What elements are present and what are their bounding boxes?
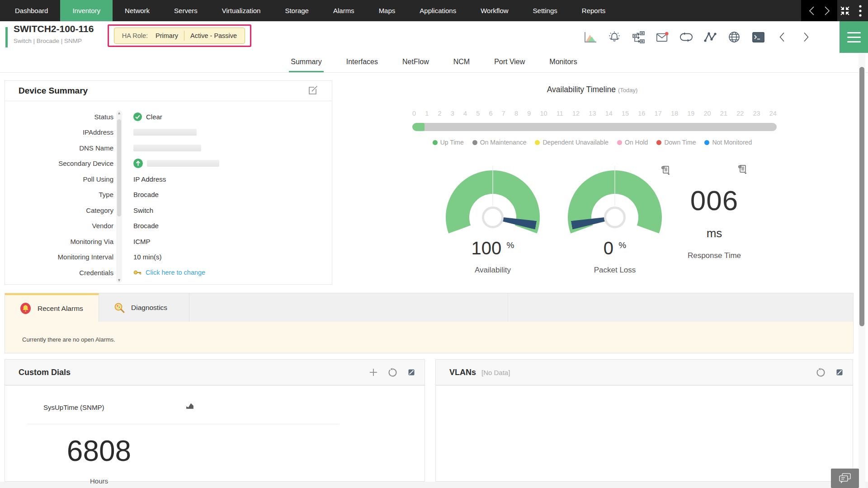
tab-recent-alarms[interactable]: Recent Alarms (5, 293, 99, 322)
redacted-value-bar (147, 160, 219, 167)
web-globe-icon[interactable] (728, 31, 741, 43)
kebab-menu-icon[interactable] (853, 0, 868, 21)
response-time-report-icon[interactable] (738, 164, 748, 174)
field-row-vendor: Vendor Brocade (5, 218, 332, 234)
mail-notification-icon[interactable] (656, 31, 669, 43)
ha-role-highlight-box: HA Role: Primary Active - Passive (108, 24, 251, 47)
field-row-monitoring-interval: Monitoring Interval 10 min(s) (5, 249, 332, 265)
collapse-fullscreen-icon[interactable] (837, 0, 853, 21)
page-scrollbar[interactable] (859, 53, 865, 488)
recent-alarms-label: Recent Alarms (38, 305, 83, 313)
nav-forward-icon[interactable] (819, 0, 835, 21)
panel-divider (5, 101, 332, 101)
tab-summary[interactable]: Summary (289, 53, 323, 72)
vlans-title: VLANs (449, 368, 476, 377)
edit-device-icon[interactable] (307, 85, 318, 96)
packet-loss-value: 0 % (566, 238, 663, 258)
device-summary-fields: Status Clear IPAddress DNS Name Secondar… (5, 109, 332, 281)
vlans-panel: VLANs [No Data] (435, 359, 853, 482)
legend-dot (472, 140, 477, 145)
dependency-loop-icon[interactable] (680, 31, 693, 43)
top-navigation-bar: Dashboard Inventory Network Servers Virt… (0, 0, 868, 21)
dial-unit: Hours (27, 477, 171, 485)
device-summary-scrollbar[interactable]: ▲ ▼ (116, 110, 122, 283)
legend-on-hold: On Hold (617, 139, 648, 146)
dial-value: 6808 (27, 434, 171, 468)
scrollbar-thumb[interactable] (117, 119, 121, 216)
field-row-type: Type Brocade (5, 187, 332, 203)
nav-item-alarms[interactable]: Alarms (321, 0, 367, 21)
packet-loss-report-icon[interactable] (661, 165, 671, 175)
response-time-label: Response Time (656, 251, 773, 260)
nav-item-settings[interactable]: Settings (521, 0, 570, 21)
nav-item-workflow[interactable]: Workflow (468, 0, 520, 21)
up-status-icon (133, 159, 143, 168)
response-time-value: 006 (656, 184, 773, 216)
refresh-dials-icon[interactable] (387, 367, 397, 377)
device-tabs: Summary Interfaces NetFlow NCM Port View… (0, 53, 868, 73)
nav-item-network[interactable]: Network (113, 0, 162, 21)
status-clear-icon (133, 113, 142, 121)
chat-support-button[interactable] (831, 469, 859, 488)
workflow-map-icon[interactable] (632, 31, 645, 43)
nav-back-icon[interactable] (804, 0, 819, 21)
timeline-legend: Up Time On Maintenance Dependent Unavail… (407, 139, 778, 146)
nav-right-controls (801, 0, 868, 21)
availability-timeline-bar (412, 123, 777, 131)
vlans-header: VLANs [No Data] (436, 360, 853, 385)
nav-item-reports[interactable]: Reports (570, 0, 618, 21)
field-row-status: Status Clear (5, 109, 332, 125)
alarm-bell-icon[interactable] (608, 31, 621, 43)
detach-widget-icon[interactable] (835, 367, 844, 377)
refresh-vlans-icon[interactable] (816, 367, 826, 377)
device-summary-panel: Device Summary Status Clear IPAddress (5, 80, 332, 285)
device-menu-button[interactable] (840, 21, 868, 53)
nav-item-storage[interactable]: Storage (273, 0, 321, 21)
legend-dot (704, 140, 709, 145)
device-header: SWITCH2-100-116 Switch | Brocade | SNMP … (0, 21, 868, 53)
field-label: Status (5, 113, 113, 121)
device-next-icon[interactable] (800, 31, 812, 43)
scroll-up-icon[interactable]: ▲ (116, 111, 122, 115)
key-icon (133, 269, 142, 276)
performance-chart-icon[interactable] (584, 31, 597, 43)
device-name: SWITCH2-100-116 (14, 23, 94, 34)
tab-monitors[interactable]: Monitors (547, 53, 579, 72)
dial-chart-icon[interactable] (186, 402, 194, 410)
tab-interfaces[interactable]: Interfaces (344, 53, 380, 72)
page-scrollbar-thumb[interactable] (859, 67, 864, 326)
diagnostics-label: Diagnostics (131, 304, 167, 312)
field-label: Monitoring Interval (5, 253, 113, 261)
nav-item-inventory[interactable]: Inventory (60, 0, 113, 21)
ha-role-label: HA Role: (116, 32, 150, 39)
nav-item-maps[interactable]: Maps (367, 0, 408, 21)
opmanager-device-page: Dashboard Inventory Network Servers Virt… (0, 0, 868, 488)
field-row-credentials: Credentials Click here to change (5, 265, 332, 281)
field-row-secondary-device: Secondary Device (5, 156, 332, 172)
ha-mode-value: Active - Passive (184, 32, 243, 39)
tab-netflow[interactable]: NetFlow (401, 53, 431, 72)
field-value: ICMP (133, 238, 151, 245)
device-prev-icon[interactable] (776, 31, 788, 43)
alarms-section: Recent Alarms Diagnostics Currently ther… (5, 293, 854, 353)
availability-timeline-title: Availability Timeline (Today) (407, 85, 778, 94)
nav-item-virtualization[interactable]: Virtualization (210, 0, 273, 21)
scroll-down-icon[interactable]: ▼ (116, 278, 122, 282)
field-row-poll-using: Poll Using IP Address (5, 171, 332, 187)
credentials-change-link[interactable]: Click here to change (146, 269, 205, 276)
redacted-value-bar (133, 145, 201, 151)
tab-ncm[interactable]: NCM (452, 53, 472, 72)
add-dial-icon[interactable] (368, 367, 378, 377)
device-accent-bar (5, 27, 8, 47)
traceroute-pulse-icon[interactable] (704, 31, 717, 43)
terminal-icon[interactable] (752, 31, 764, 43)
availability-gauge: 100 % Availability (444, 165, 541, 275)
tab-diagnostics[interactable]: Diagnostics (99, 293, 189, 322)
tab-port-view[interactable]: Port View (492, 53, 527, 72)
detach-widget-icon[interactable] (406, 367, 416, 377)
nav-item-servers[interactable]: Servers (162, 0, 210, 21)
field-value: IP Address (133, 175, 166, 183)
nav-item-dashboard[interactable]: Dashboard (0, 0, 60, 21)
nav-item-applications[interactable]: Applications (407, 0, 468, 21)
response-time-unit: ms (656, 226, 773, 240)
